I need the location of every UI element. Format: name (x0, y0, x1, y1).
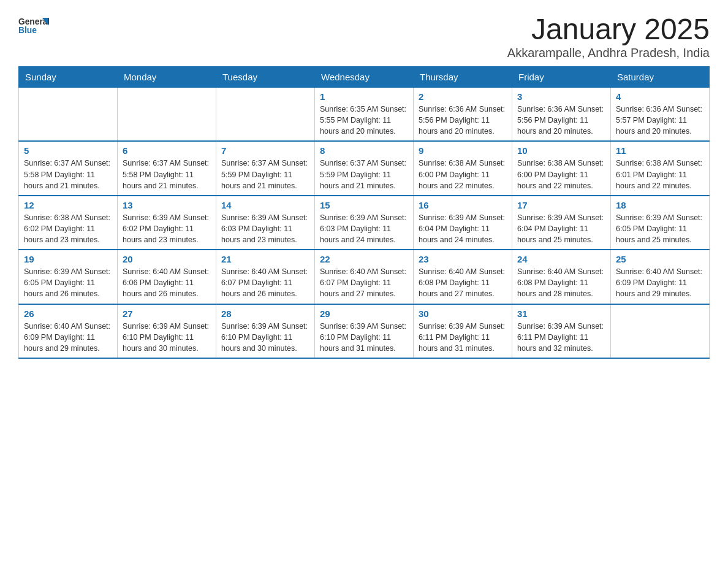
day-number: 16 (419, 200, 507, 210)
day-number: 1 (320, 91, 408, 102)
day-number: 10 (517, 145, 605, 156)
header-wednesday: Wednesday (315, 67, 414, 88)
day-number: 23 (419, 254, 507, 264)
day-number: 7 (221, 145, 309, 156)
table-row (19, 88, 118, 142)
logo-svg: General Blue (18, 12, 49, 37)
day-number: 27 (123, 308, 211, 319)
day-number: 4 (616, 91, 704, 102)
day-info: Sunrise: 6:39 AM Sunset: 6:10 PM Dayligh… (221, 321, 309, 354)
day-info: Sunrise: 6:36 AM Sunset: 5:56 PM Dayligh… (419, 104, 507, 137)
day-number: 14 (221, 200, 309, 210)
day-number: 17 (517, 200, 605, 210)
table-row: 25Sunrise: 6:40 AM Sunset: 6:09 PM Dayli… (611, 250, 710, 304)
day-number: 20 (123, 254, 211, 264)
day-number: 11 (616, 145, 704, 156)
table-row: 13Sunrise: 6:39 AM Sunset: 6:02 PM Dayli… (118, 196, 216, 250)
table-row: 19Sunrise: 6:39 AM Sunset: 6:05 PM Dayli… (19, 250, 118, 304)
day-info: Sunrise: 6:36 AM Sunset: 5:57 PM Dayligh… (616, 104, 704, 137)
day-number: 29 (320, 308, 408, 319)
header-tuesday: Tuesday (216, 67, 315, 88)
day-number: 26 (24, 308, 112, 319)
table-row (611, 304, 710, 358)
day-info: Sunrise: 6:40 AM Sunset: 6:09 PM Dayligh… (24, 321, 112, 354)
day-info: Sunrise: 6:39 AM Sunset: 6:11 PM Dayligh… (517, 321, 605, 354)
day-info: Sunrise: 6:36 AM Sunset: 5:56 PM Dayligh… (517, 104, 605, 137)
table-row: 26Sunrise: 6:40 AM Sunset: 6:09 PM Dayli… (19, 304, 118, 358)
table-row (118, 88, 216, 142)
table-row: 15Sunrise: 6:39 AM Sunset: 6:03 PM Dayli… (315, 196, 414, 250)
day-info: Sunrise: 6:39 AM Sunset: 6:10 PM Dayligh… (320, 321, 408, 354)
table-row: 2Sunrise: 6:36 AM Sunset: 5:56 PM Daylig… (414, 88, 512, 142)
day-info: Sunrise: 6:37 AM Sunset: 5:59 PM Dayligh… (221, 158, 309, 191)
svg-text:Blue: Blue (18, 26, 37, 35)
logo: General Blue (18, 12, 49, 37)
table-row: 16Sunrise: 6:39 AM Sunset: 6:04 PM Dayli… (414, 196, 512, 250)
day-number: 28 (221, 308, 309, 319)
calendar-week-row: 5Sunrise: 6:37 AM Sunset: 5:58 PM Daylig… (19, 141, 710, 195)
table-row: 29Sunrise: 6:39 AM Sunset: 6:10 PM Dayli… (315, 304, 414, 358)
table-row: 4Sunrise: 6:36 AM Sunset: 5:57 PM Daylig… (611, 88, 710, 142)
day-info: Sunrise: 6:39 AM Sunset: 6:11 PM Dayligh… (419, 321, 507, 354)
day-info: Sunrise: 6:35 AM Sunset: 5:55 PM Dayligh… (320, 104, 408, 137)
title-block: January 2025 Akkarampalle, Andhra Prades… (507, 12, 710, 60)
calendar-week-row: 12Sunrise: 6:38 AM Sunset: 6:02 PM Dayli… (19, 196, 710, 250)
day-number: 15 (320, 200, 408, 210)
day-info: Sunrise: 6:38 AM Sunset: 6:01 PM Dayligh… (616, 158, 704, 191)
table-row: 23Sunrise: 6:40 AM Sunset: 6:08 PM Dayli… (414, 250, 512, 304)
header-saturday: Saturday (611, 67, 710, 88)
day-number: 19 (24, 254, 112, 264)
day-info: Sunrise: 6:40 AM Sunset: 6:07 PM Dayligh… (221, 266, 309, 299)
day-number: 3 (517, 91, 605, 102)
table-row: 24Sunrise: 6:40 AM Sunset: 6:08 PM Dayli… (512, 250, 611, 304)
day-info: Sunrise: 6:40 AM Sunset: 6:06 PM Dayligh… (123, 266, 211, 299)
day-info: Sunrise: 6:40 AM Sunset: 6:08 PM Dayligh… (419, 266, 507, 299)
table-row: 18Sunrise: 6:39 AM Sunset: 6:05 PM Dayli… (611, 196, 710, 250)
day-info: Sunrise: 6:40 AM Sunset: 6:07 PM Dayligh… (320, 266, 408, 299)
day-number: 8 (320, 145, 408, 156)
weekday-header-row: Sunday Monday Tuesday Wednesday Thursday… (19, 67, 710, 88)
day-number: 12 (24, 200, 112, 210)
table-row: 3Sunrise: 6:36 AM Sunset: 5:56 PM Daylig… (512, 88, 611, 142)
day-number: 21 (221, 254, 309, 264)
header-friday: Friday (512, 67, 611, 88)
day-info: Sunrise: 6:40 AM Sunset: 6:09 PM Dayligh… (616, 266, 704, 299)
day-info: Sunrise: 6:37 AM Sunset: 5:59 PM Dayligh… (320, 158, 408, 191)
day-info: Sunrise: 6:39 AM Sunset: 6:10 PM Dayligh… (123, 321, 211, 354)
day-number: 24 (517, 254, 605, 264)
day-number: 18 (616, 200, 704, 210)
header-monday: Monday (118, 67, 216, 88)
day-info: Sunrise: 6:38 AM Sunset: 6:02 PM Dayligh… (24, 212, 112, 245)
day-info: Sunrise: 6:38 AM Sunset: 6:00 PM Dayligh… (419, 158, 507, 191)
table-row: 14Sunrise: 6:39 AM Sunset: 6:03 PM Dayli… (216, 196, 315, 250)
table-row: 5Sunrise: 6:37 AM Sunset: 5:58 PM Daylig… (19, 141, 118, 195)
day-info: Sunrise: 6:39 AM Sunset: 6:02 PM Dayligh… (123, 212, 211, 245)
table-row: 9Sunrise: 6:38 AM Sunset: 6:00 PM Daylig… (414, 141, 512, 195)
day-info: Sunrise: 6:39 AM Sunset: 6:04 PM Dayligh… (517, 212, 605, 245)
table-row: 20Sunrise: 6:40 AM Sunset: 6:06 PM Dayli… (118, 250, 216, 304)
table-row: 6Sunrise: 6:37 AM Sunset: 5:58 PM Daylig… (118, 141, 216, 195)
day-number: 9 (419, 145, 507, 156)
table-row: 17Sunrise: 6:39 AM Sunset: 6:04 PM Dayli… (512, 196, 611, 250)
table-row: 1Sunrise: 6:35 AM Sunset: 5:55 PM Daylig… (315, 88, 414, 142)
table-row: 12Sunrise: 6:38 AM Sunset: 6:02 PM Dayli… (19, 196, 118, 250)
table-row: 11Sunrise: 6:38 AM Sunset: 6:01 PM Dayli… (611, 141, 710, 195)
table-row (216, 88, 315, 142)
day-info: Sunrise: 6:39 AM Sunset: 6:04 PM Dayligh… (419, 212, 507, 245)
header-sunday: Sunday (19, 67, 118, 88)
day-info: Sunrise: 6:38 AM Sunset: 6:00 PM Dayligh… (517, 158, 605, 191)
day-number: 30 (419, 308, 507, 319)
day-info: Sunrise: 6:37 AM Sunset: 5:58 PM Dayligh… (123, 158, 211, 191)
day-number: 22 (320, 254, 408, 264)
day-number: 5 (24, 145, 112, 156)
page-header: General Blue January 2025 Akkarampalle, … (18, 12, 710, 60)
day-info: Sunrise: 6:39 AM Sunset: 6:05 PM Dayligh… (616, 212, 704, 245)
day-number: 25 (616, 254, 704, 264)
day-number: 6 (123, 145, 211, 156)
day-number: 31 (517, 308, 605, 319)
table-row: 21Sunrise: 6:40 AM Sunset: 6:07 PM Dayli… (216, 250, 315, 304)
header-thursday: Thursday (414, 67, 512, 88)
table-row: 8Sunrise: 6:37 AM Sunset: 5:59 PM Daylig… (315, 141, 414, 195)
day-number: 2 (419, 91, 507, 102)
table-row: 30Sunrise: 6:39 AM Sunset: 6:11 PM Dayli… (414, 304, 512, 358)
